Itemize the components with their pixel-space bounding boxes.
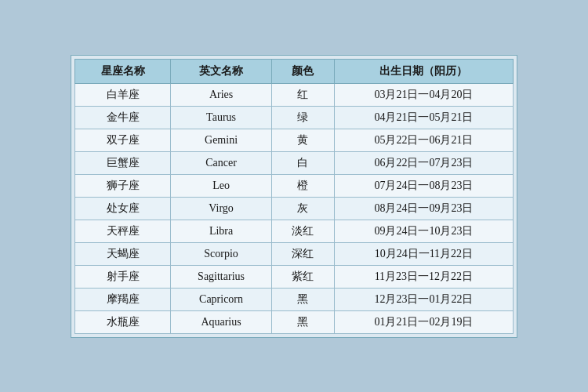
table-header-1: 英文名称 <box>171 59 271 83</box>
table-cell-r5-c3: 08月24日一09月23日 <box>334 197 513 220</box>
table-cell-r10-c1: Aquarius <box>171 310 271 333</box>
table-cell-r2-c2: 黄 <box>271 129 334 151</box>
table-row: 金牛座Taurus绿04月21日一05月21日 <box>75 106 514 129</box>
table-body: 白羊座Aries红03月21日一04月20日金牛座Taurus绿04月21日一0… <box>75 83 514 333</box>
table-header-2: 颜色 <box>271 59 334 83</box>
table-row: 摩羯座Capricorn黑12月23日一01月22日 <box>75 288 514 310</box>
table-cell-r8-c3: 11月23日一12月22日 <box>334 265 513 288</box>
table-cell-r4-c0: 狮子座 <box>75 174 171 197</box>
table-cell-r6-c1: Libra <box>171 220 271 242</box>
table-cell-r7-c3: 10月24日一11月22日 <box>334 242 513 265</box>
table-row: 狮子座Leo橙07月24日一08月23日 <box>75 174 514 197</box>
table-cell-r1-c0: 金牛座 <box>75 106 171 129</box>
table-cell-r8-c1: Sagittarius <box>171 265 271 288</box>
table-cell-r7-c0: 天蝎座 <box>75 242 171 265</box>
table-header-row: 星座名称英文名称颜色出生日期（阳历） <box>75 59 514 83</box>
table-cell-r3-c1: Cancer <box>171 151 271 174</box>
table-cell-r2-c0: 双子座 <box>75 129 171 151</box>
table-cell-r5-c2: 灰 <box>271 197 334 220</box>
table-cell-r2-c3: 05月22日一06月21日 <box>334 129 513 151</box>
table-cell-r3-c0: 巨蟹座 <box>75 151 171 174</box>
table-cell-r7-c2: 深红 <box>271 242 334 265</box>
table-row: 白羊座Aries红03月21日一04月20日 <box>75 83 514 106</box>
table-cell-r0-c1: Aries <box>171 83 271 106</box>
table-cell-r10-c0: 水瓶座 <box>75 310 171 333</box>
table-row: 巨蟹座Cancer白06月22日一07月23日 <box>75 151 514 174</box>
table-cell-r0-c0: 白羊座 <box>75 83 171 106</box>
table-cell-r2-c1: Gemini <box>171 129 271 151</box>
table-cell-r6-c0: 天秤座 <box>75 220 171 242</box>
table-cell-r0-c3: 03月21日一04月20日 <box>334 83 513 106</box>
table-cell-r8-c2: 紫红 <box>271 265 334 288</box>
table-cell-r9-c2: 黑 <box>271 288 334 310</box>
table-header-0: 星座名称 <box>75 59 171 83</box>
table-cell-r7-c1: Scorpio <box>171 242 271 265</box>
table-header-3: 出生日期（阳历） <box>334 59 513 83</box>
table-cell-r9-c3: 12月23日一01月22日 <box>334 288 513 310</box>
table-cell-r8-c0: 射手座 <box>75 265 171 288</box>
table-cell-r3-c2: 白 <box>271 151 334 174</box>
table-cell-r4-c1: Leo <box>171 174 271 197</box>
table-row: 双子座Gemini黄05月22日一06月21日 <box>75 129 514 151</box>
table-cell-r6-c2: 淡红 <box>271 220 334 242</box>
table-cell-r4-c3: 07月24日一08月23日 <box>334 174 513 197</box>
zodiac-table-container: 星座名称英文名称颜色出生日期（阳历） 白羊座Aries红03月21日一04月20… <box>71 55 517 338</box>
table-cell-r10-c2: 黑 <box>271 310 334 333</box>
table-cell-r4-c2: 橙 <box>271 174 334 197</box>
table-cell-r1-c3: 04月21日一05月21日 <box>334 106 513 129</box>
table-row: 射手座Sagittarius紫红11月23日一12月22日 <box>75 265 514 288</box>
zodiac-table: 星座名称英文名称颜色出生日期（阳历） 白羊座Aries红03月21日一04月20… <box>74 59 514 334</box>
table-cell-r3-c3: 06月22日一07月23日 <box>334 151 513 174</box>
table-cell-r1-c1: Taurus <box>171 106 271 129</box>
table-cell-r9-c0: 摩羯座 <box>75 288 171 310</box>
table-row: 水瓶座Aquarius黑01月21日一02月19日 <box>75 310 514 333</box>
table-cell-r9-c1: Capricorn <box>171 288 271 310</box>
table-cell-r5-c1: Virgo <box>171 197 271 220</box>
table-row: 天秤座Libra淡红09月24日一10月23日 <box>75 220 514 242</box>
table-cell-r6-c3: 09月24日一10月23日 <box>334 220 513 242</box>
table-cell-r1-c2: 绿 <box>271 106 334 129</box>
table-row: 处女座Virgo灰08月24日一09月23日 <box>75 197 514 220</box>
table-row: 天蝎座Scorpio深红10月24日一11月22日 <box>75 242 514 265</box>
table-cell-r0-c2: 红 <box>271 83 334 106</box>
table-cell-r5-c0: 处女座 <box>75 197 171 220</box>
table-cell-r10-c3: 01月21日一02月19日 <box>334 310 513 333</box>
